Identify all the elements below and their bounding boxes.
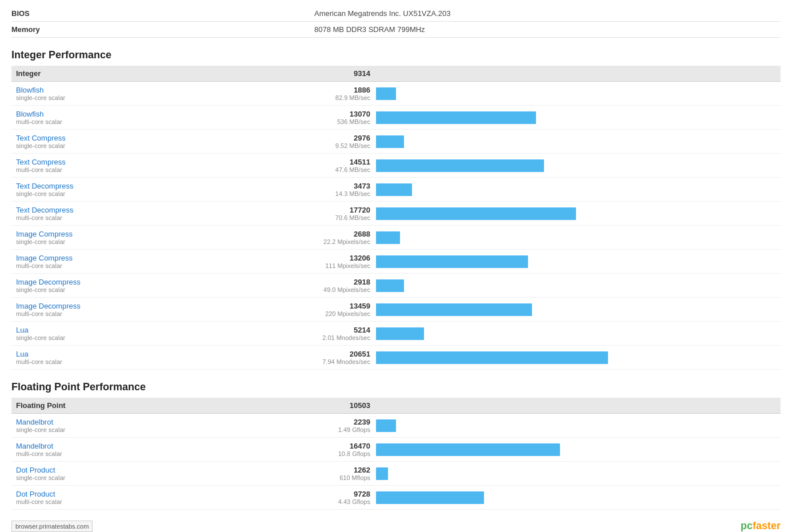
integer-header-bar (376, 69, 776, 78)
footer: browser.primatestabs.com pcfaster (11, 515, 781, 532)
floating-rows-container: Mandelbrot single-core scalar 2239 1.49 … (11, 414, 781, 510)
bench-score-main: 13206 (319, 254, 370, 262)
bench-score-main: 20651 (319, 350, 370, 358)
bench-bar (376, 491, 484, 504)
bench-subname: single-core scalar (16, 286, 319, 293)
bench-bar-col (376, 443, 776, 456)
bench-name-col: Image Decompress single-core scalar (16, 278, 319, 293)
bench-name: Lua (16, 350, 319, 358)
bench-score-main: 1262 (319, 466, 370, 474)
bench-name-col: Text Compress single-core scalar (16, 134, 319, 149)
bench-score-col: 1886 82.9 MB/sec (319, 86, 376, 101)
bench-bar (376, 443, 560, 456)
bench-score-col: 16470 10.8 Gflops (319, 442, 376, 457)
table-row: Dot Product multi-core scalar 9728 4.43 … (11, 486, 781, 510)
bench-score-unit: 220 Mpixels/sec (319, 310, 370, 317)
bench-bar (376, 231, 400, 244)
bench-score-main: 17720 (319, 206, 370, 214)
bench-name: Text Compress (16, 158, 319, 166)
bench-subname: multi-core scalar (16, 214, 319, 221)
bench-score-main: 13070 (319, 110, 370, 118)
bench-name-col: Text Decompress multi-core scalar (16, 206, 319, 221)
memory-label: Memory (11, 25, 314, 34)
bench-score-unit: 111 Mpixels/sec (319, 262, 370, 269)
memory-row: Memory 8078 MB DDR3 SDRAM 799MHz (11, 22, 781, 38)
table-row: Lua single-core scalar 5214 2.01 Mnodes/… (11, 322, 781, 346)
bench-score-main: 2239 (319, 418, 370, 426)
table-row: Text Decompress multi-core scalar 17720 … (11, 202, 781, 226)
bench-name-col: Dot Product single-core scalar (16, 466, 319, 481)
bench-score-col: 2688 22.2 Mpixels/sec (319, 230, 376, 245)
bench-name-col: Lua single-core scalar (16, 326, 319, 341)
bench-score-main: 2918 (319, 278, 370, 286)
bench-bar (376, 279, 404, 292)
table-row: Image Decompress single-core scalar 2918… (11, 274, 781, 298)
bench-score-main: 2688 (319, 230, 370, 238)
bench-name: Image Decompress (16, 278, 319, 286)
bench-subname: single-core scalar (16, 238, 319, 245)
bench-score-col: 2976 9.52 MB/sec (319, 134, 376, 149)
floating-header-name: Floating Point (16, 401, 319, 410)
bench-name: Text Decompress (16, 182, 319, 190)
bench-bar-col (376, 183, 776, 196)
bench-name: Image Compress (16, 230, 319, 238)
table-row: Image Compress multi-core scalar 13206 1… (11, 250, 781, 274)
bench-name-col: Dot Product multi-core scalar (16, 490, 319, 505)
bench-score-main: 1886 (319, 86, 370, 94)
table-row: Image Compress single-core scalar 2688 2… (11, 226, 781, 250)
bench-subname: multi-core scalar (16, 310, 319, 317)
bench-bar-col (376, 303, 776, 316)
bench-subname: multi-core scalar (16, 450, 319, 457)
logo-pc: pc (741, 520, 753, 532)
bios-value: American Megatrends Inc. UX51VZA.203 (314, 9, 450, 18)
bench-score-main: 13459 (319, 302, 370, 310)
integer-rows-container: Blowfish single-core scalar 1886 82.9 MB… (11, 82, 781, 370)
bench-subname: single-core scalar (16, 426, 319, 433)
bench-score-col: 2918 49.0 Mpixels/sec (319, 278, 376, 293)
bench-score-unit: 14.3 MB/sec (319, 190, 370, 197)
bench-score-col: 3473 14.3 MB/sec (319, 182, 376, 197)
table-row: Text Compress multi-core scalar 14511 47… (11, 154, 781, 178)
floating-section-title: Floating Point Performance (11, 381, 781, 393)
table-row: Text Decompress single-core scalar 3473 … (11, 178, 781, 202)
bench-bar (376, 111, 536, 124)
bench-bar (376, 255, 528, 268)
bench-bar-col (376, 279, 776, 292)
table-row: Text Compress single-core scalar 2976 9.… (11, 130, 781, 154)
bench-score-unit: 7.94 Mnodes/sec (319, 358, 370, 365)
bench-score-col: 5214 2.01 Mnodes/sec (319, 326, 376, 341)
table-row: Blowfish single-core scalar 1886 82.9 MB… (11, 82, 781, 106)
table-row: Mandelbrot multi-core scalar 16470 10.8 … (11, 438, 781, 462)
bench-score-main: 5214 (319, 326, 370, 334)
bench-bar (376, 351, 608, 364)
bench-subname: single-core scalar (16, 190, 319, 197)
bench-score-unit: 10.8 Gflops (319, 450, 370, 457)
bench-subname: single-core scalar (16, 334, 319, 341)
bench-score-col: 2239 1.49 Gflops (319, 418, 376, 433)
bench-score-unit: 82.9 MB/sec (319, 94, 370, 101)
bench-name: Blowfish (16, 86, 319, 94)
bench-score-main: 14511 (319, 158, 370, 166)
logo-faster: faster (753, 520, 781, 532)
bench-bar-col (376, 327, 776, 340)
bench-score-col: 20651 7.94 Mnodes/sec (319, 350, 376, 365)
bench-bar-col (376, 491, 776, 504)
integer-table-header: Integer 9314 (11, 66, 781, 82)
bench-bar-col (376, 231, 776, 244)
bench-score-main: 3473 (319, 182, 370, 190)
bench-name-col: Text Decompress single-core scalar (16, 182, 319, 197)
bench-bar (376, 303, 532, 316)
bench-bar (376, 467, 388, 480)
bench-name: Mandelbrot (16, 418, 319, 426)
bench-name: Mandelbrot (16, 442, 319, 450)
page-container: BIOS American Megatrends Inc. UX51VZA.20… (0, 0, 792, 532)
bench-score-main: 9728 (319, 490, 370, 498)
bench-subname: single-core scalar (16, 94, 319, 101)
bench-name: Dot Product (16, 490, 319, 498)
bench-name-col: Image Decompress multi-core scalar (16, 302, 319, 317)
integer-header-score: 9314 (319, 69, 376, 78)
floating-header-score: 10503 (319, 401, 376, 410)
bench-subname: multi-core scalar (16, 166, 319, 173)
bench-subname: multi-core scalar (16, 358, 319, 365)
bench-name-col: Lua multi-core scalar (16, 350, 319, 365)
